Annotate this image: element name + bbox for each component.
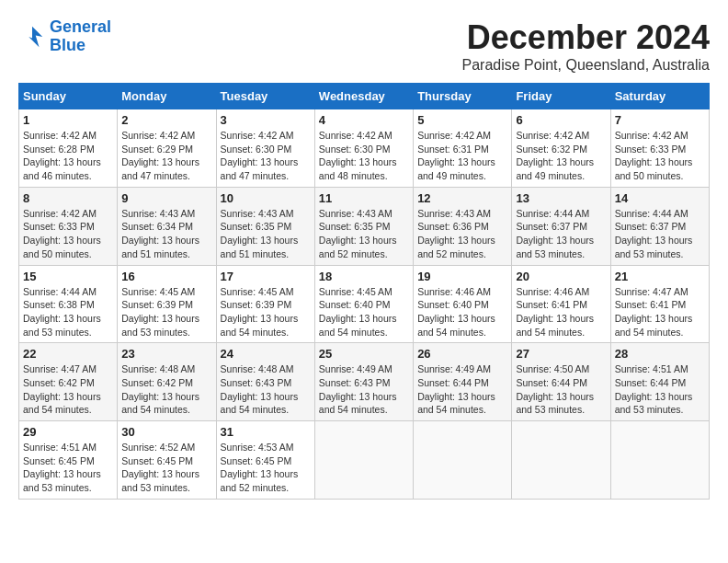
day-info: Sunrise: 4:48 AM Sunset: 6:43 PM Dayligh… <box>221 362 311 417</box>
calendar-day-cell: 19Sunrise: 4:46 AM Sunset: 6:40 PM Dayli… <box>414 265 512 343</box>
day-number: 18 <box>319 270 409 283</box>
calendar-day-cell: 26Sunrise: 4:49 AM Sunset: 6:44 PM Dayli… <box>414 343 512 421</box>
calendar-day-cell: 3Sunrise: 4:42 AM Sunset: 6:30 PM Daylig… <box>216 109 314 188</box>
day-number: 16 <box>121 270 211 283</box>
calendar-week-row: 22Sunrise: 4:47 AM Sunset: 6:42 PM Dayli… <box>19 343 710 421</box>
calendar-day-cell: 17Sunrise: 4:45 AM Sunset: 6:39 PM Dayli… <box>216 265 314 343</box>
day-info: Sunrise: 4:47 AM Sunset: 6:41 PM Dayligh… <box>615 285 705 339</box>
day-info: Sunrise: 4:49 AM Sunset: 6:44 PM Dayligh… <box>417 362 507 417</box>
day-number: 31 <box>221 425 311 439</box>
day-info: Sunrise: 4:42 AM Sunset: 6:30 PM Dayligh… <box>221 129 311 183</box>
day-info: Sunrise: 4:51 AM Sunset: 6:45 PM Dayligh… <box>23 441 113 495</box>
calendar-day-cell: 21Sunrise: 4:47 AM Sunset: 6:41 PM Dayli… <box>610 265 709 343</box>
calendar-day-cell <box>512 421 610 500</box>
calendar-day-cell: 10Sunrise: 4:43 AM Sunset: 6:35 PM Dayli… <box>216 187 314 265</box>
day-number: 22 <box>23 347 113 361</box>
day-number: 15 <box>23 270 113 283</box>
weekday-header: Friday <box>512 84 610 109</box>
day-info: Sunrise: 4:43 AM Sunset: 6:34 PM Dayligh… <box>121 207 211 261</box>
day-info: Sunrise: 4:44 AM Sunset: 6:37 PM Dayligh… <box>615 207 705 261</box>
month-title: December 2024 <box>462 18 711 57</box>
calendar-day-cell: 30Sunrise: 4:52 AM Sunset: 6:45 PM Dayli… <box>118 421 216 500</box>
logo-icon <box>18 23 46 51</box>
day-info: Sunrise: 4:51 AM Sunset: 6:44 PM Dayligh… <box>615 362 705 417</box>
day-info: Sunrise: 4:42 AM Sunset: 6:30 PM Dayligh… <box>319 129 409 183</box>
day-number: 17 <box>221 270 311 283</box>
day-info: Sunrise: 4:45 AM Sunset: 6:39 PM Dayligh… <box>221 285 311 339</box>
day-number: 7 <box>615 113 705 127</box>
calendar-day-cell: 31Sunrise: 4:53 AM Sunset: 6:45 PM Dayli… <box>216 421 314 500</box>
calendar-day-cell: 4Sunrise: 4:42 AM Sunset: 6:30 PM Daylig… <box>314 109 413 188</box>
calendar-day-cell: 6Sunrise: 4:42 AM Sunset: 6:32 PM Daylig… <box>512 109 610 188</box>
day-info: Sunrise: 4:42 AM Sunset: 6:33 PM Dayligh… <box>23 207 113 261</box>
calendar-day-cell: 5Sunrise: 4:42 AM Sunset: 6:31 PM Daylig… <box>414 109 512 188</box>
day-info: Sunrise: 4:52 AM Sunset: 6:45 PM Dayligh… <box>121 441 211 495</box>
logo: General Blue <box>18 18 111 55</box>
weekday-header: Thursday <box>414 84 512 109</box>
calendar-day-cell: 28Sunrise: 4:51 AM Sunset: 6:44 PM Dayli… <box>610 343 709 421</box>
day-number: 24 <box>221 347 311 361</box>
day-number: 4 <box>319 113 409 127</box>
day-number: 29 <box>23 425 113 439</box>
calendar-table: SundayMondayTuesdayWednesdayThursdayFrid… <box>18 83 710 500</box>
weekday-header: Saturday <box>610 84 709 109</box>
calendar-day-cell <box>414 421 512 500</box>
weekday-header: Sunday <box>19 84 118 109</box>
day-number: 9 <box>121 191 211 205</box>
calendar-week-row: 1Sunrise: 4:42 AM Sunset: 6:28 PM Daylig… <box>19 109 710 188</box>
svg-marker-0 <box>28 27 42 48</box>
day-info: Sunrise: 4:43 AM Sunset: 6:35 PM Dayligh… <box>221 207 311 261</box>
day-number: 27 <box>516 347 606 361</box>
day-number: 8 <box>23 191 113 205</box>
day-number: 13 <box>516 191 606 205</box>
page-header: General Blue December 2024 Paradise Poin… <box>18 18 710 74</box>
day-number: 30 <box>121 425 211 439</box>
day-info: Sunrise: 4:49 AM Sunset: 6:43 PM Dayligh… <box>319 362 409 417</box>
calendar-day-cell: 1Sunrise: 4:42 AM Sunset: 6:28 PM Daylig… <box>19 109 118 188</box>
day-info: Sunrise: 4:45 AM Sunset: 6:39 PM Dayligh… <box>121 285 211 339</box>
day-number: 6 <box>516 113 606 127</box>
day-number: 14 <box>615 191 705 205</box>
calendar-day-cell: 14Sunrise: 4:44 AM Sunset: 6:37 PM Dayli… <box>610 187 709 265</box>
day-info: Sunrise: 4:45 AM Sunset: 6:40 PM Dayligh… <box>319 285 409 339</box>
calendar-day-cell: 13Sunrise: 4:44 AM Sunset: 6:37 PM Dayli… <box>512 187 610 265</box>
day-info: Sunrise: 4:44 AM Sunset: 6:38 PM Dayligh… <box>23 285 113 339</box>
calendar-day-cell <box>314 421 413 500</box>
calendar-day-cell: 18Sunrise: 4:45 AM Sunset: 6:40 PM Dayli… <box>314 265 413 343</box>
calendar-day-cell: 23Sunrise: 4:48 AM Sunset: 6:42 PM Dayli… <box>118 343 216 421</box>
day-info: Sunrise: 4:44 AM Sunset: 6:37 PM Dayligh… <box>516 207 606 261</box>
day-info: Sunrise: 4:46 AM Sunset: 6:40 PM Dayligh… <box>417 285 507 339</box>
day-number: 19 <box>417 270 507 283</box>
day-info: Sunrise: 4:53 AM Sunset: 6:45 PM Dayligh… <box>221 441 311 495</box>
calendar-day-cell: 7Sunrise: 4:42 AM Sunset: 6:33 PM Daylig… <box>610 109 709 188</box>
calendar-day-cell: 2Sunrise: 4:42 AM Sunset: 6:29 PM Daylig… <box>118 109 216 188</box>
day-info: Sunrise: 4:42 AM Sunset: 6:28 PM Dayligh… <box>23 129 113 183</box>
day-number: 21 <box>615 270 705 283</box>
day-number: 2 <box>121 113 211 127</box>
calendar-day-cell: 8Sunrise: 4:42 AM Sunset: 6:33 PM Daylig… <box>19 187 118 265</box>
day-info: Sunrise: 4:42 AM Sunset: 6:31 PM Dayligh… <box>417 129 507 183</box>
weekday-header: Wednesday <box>314 84 413 109</box>
day-number: 11 <box>319 191 409 205</box>
calendar-week-row: 8Sunrise: 4:42 AM Sunset: 6:33 PM Daylig… <box>19 187 710 265</box>
calendar-day-cell: 16Sunrise: 4:45 AM Sunset: 6:39 PM Dayli… <box>118 265 216 343</box>
day-number: 3 <box>221 113 311 127</box>
day-info: Sunrise: 4:48 AM Sunset: 6:42 PM Dayligh… <box>121 362 211 417</box>
day-info: Sunrise: 4:50 AM Sunset: 6:44 PM Dayligh… <box>516 362 606 417</box>
day-number: 26 <box>417 347 507 361</box>
day-number: 5 <box>417 113 507 127</box>
calendar-day-cell: 24Sunrise: 4:48 AM Sunset: 6:43 PM Dayli… <box>216 343 314 421</box>
calendar-day-cell: 25Sunrise: 4:49 AM Sunset: 6:43 PM Dayli… <box>314 343 413 421</box>
weekday-header: Monday <box>118 84 216 109</box>
weekday-header: Tuesday <box>216 84 314 109</box>
location-title: Paradise Point, Queensland, Australia <box>462 57 711 74</box>
title-block: December 2024 Paradise Point, Queensland… <box>462 18 711 74</box>
day-info: Sunrise: 4:42 AM Sunset: 6:29 PM Dayligh… <box>121 129 211 183</box>
calendar-week-row: 29Sunrise: 4:51 AM Sunset: 6:45 PM Dayli… <box>19 421 710 500</box>
day-number: 10 <box>221 191 311 205</box>
calendar-header-row: SundayMondayTuesdayWednesdayThursdayFrid… <box>19 84 710 109</box>
calendar-day-cell: 20Sunrise: 4:46 AM Sunset: 6:41 PM Dayli… <box>512 265 610 343</box>
calendar-day-cell: 11Sunrise: 4:43 AM Sunset: 6:35 PM Dayli… <box>314 187 413 265</box>
day-number: 12 <box>417 191 507 205</box>
calendar-day-cell: 9Sunrise: 4:43 AM Sunset: 6:34 PM Daylig… <box>118 187 216 265</box>
